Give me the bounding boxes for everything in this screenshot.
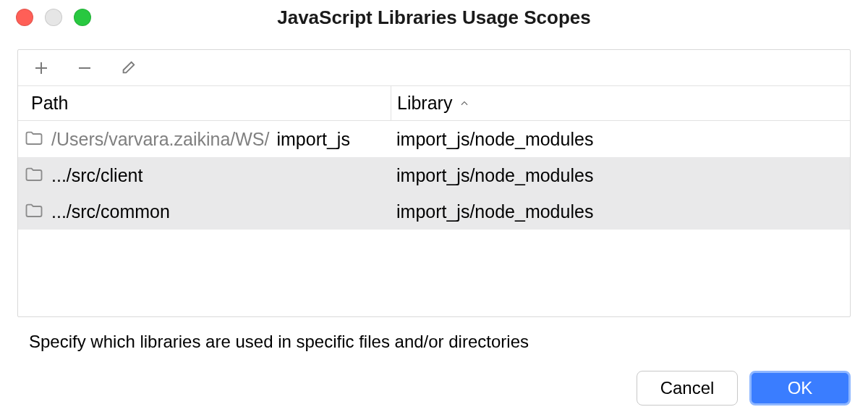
folder-icon <box>24 129 44 149</box>
path-prefix: /Users/varvara.zaikina/WS/ <box>51 129 269 150</box>
column-header-library-label: Library <box>397 93 452 114</box>
cell-library: import_js/node_modules <box>391 165 850 186</box>
column-header-library[interactable]: Library <box>391 86 850 120</box>
table-row[interactable]: .../src/clientimport_js/node_modules <box>18 157 850 193</box>
sort-ascending-icon <box>459 98 469 109</box>
hint-text: Specify which libraries are used in spec… <box>0 317 868 352</box>
table-toolbar <box>18 50 850 86</box>
traffic-lights <box>0 9 91 26</box>
path-name: .../src/common <box>51 201 170 222</box>
cancel-button[interactable]: Cancel <box>637 371 738 406</box>
cell-library: import_js/node_modules <box>391 129 850 150</box>
table-row[interactable]: /Users/varvara.zaikina/WS/import_jsimpor… <box>18 121 850 157</box>
table-body: /Users/varvara.zaikina/WS/import_jsimpor… <box>18 121 850 316</box>
titlebar: JavaScript Libraries Usage Scopes <box>0 0 868 35</box>
cell-path: .../src/common <box>18 201 391 222</box>
cell-path: /Users/varvara.zaikina/WS/import_js <box>18 129 391 150</box>
window-maximize-button[interactable] <box>74 9 91 26</box>
cell-path: .../src/client <box>18 165 391 186</box>
remove-button[interactable] <box>72 55 98 81</box>
table-row[interactable]: .../src/commonimport_js/node_modules <box>18 193 850 230</box>
window-close-button[interactable] <box>16 9 33 26</box>
folder-icon <box>24 165 44 185</box>
window-minimize-button[interactable] <box>45 9 62 26</box>
ok-button[interactable]: OK <box>749 371 851 406</box>
column-header-path[interactable]: Path <box>18 93 391 114</box>
cell-library: import_js/node_modules <box>391 201 850 222</box>
folder-icon <box>24 201 44 222</box>
dialog-buttons: Cancel OK <box>637 371 851 406</box>
scopes-table: Path Library /Users/varvara.zaikina/WS/i… <box>17 49 851 317</box>
path-name: .../src/client <box>51 165 142 186</box>
window-title: JavaScript Libraries Usage Scopes <box>0 7 868 29</box>
path-name: import_js <box>276 129 349 150</box>
edit-button[interactable] <box>115 55 141 81</box>
add-button[interactable] <box>28 55 54 81</box>
table-headers: Path Library <box>18 86 850 121</box>
